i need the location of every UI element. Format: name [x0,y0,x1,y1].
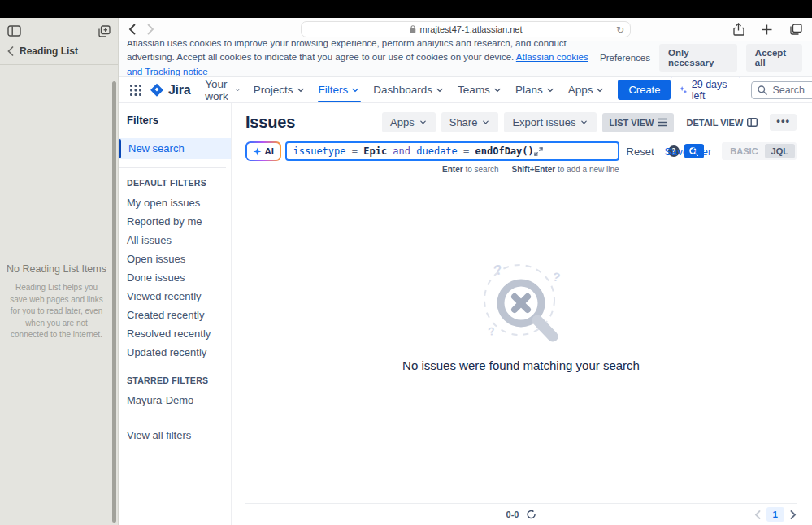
chevron-down-icon [296,85,306,95]
accept-all-button[interactable]: Accept all [746,44,802,72]
apps-button[interactable]: Apps [382,112,436,132]
back-button[interactable] [128,24,136,35]
trial-days-button[interactable]: 29 days left [671,77,740,103]
app-switcher-icon[interactable] [125,85,146,96]
forward-button[interactable] [147,24,154,35]
sidebar-item-starred-filter[interactable]: Mayura-Demo [119,392,231,410]
nav-item-plans[interactable]: Plans [509,77,562,102]
sidebar-scrollbar[interactable] [112,81,116,523]
nav-item-apps[interactable]: Apps [562,77,612,102]
address-bar[interactable]: mrajtest47-1.atlassian.net ↻ [301,21,631,37]
chevron-down-icon [545,85,555,95]
nav-item-dashboards[interactable]: Dashboards [367,77,451,102]
sidebar-item-my-open-issues[interactable]: My open issues [119,194,231,213]
share-icon[interactable] [733,23,744,36]
empty-state: ? ? ? No issues were found matching your… [245,174,797,503]
svg-text:?: ? [551,269,562,284]
jira-navbar: Jira Your work Projects Filters Dashboar… [119,77,812,103]
search-icon [758,85,767,95]
sidebar-item-created-recently[interactable]: Created recently [119,306,231,325]
divider [119,167,226,168]
new-tab-icon[interactable] [762,24,772,35]
sidebar-item-resolved-recently[interactable]: Resolved recently [119,325,231,344]
chevron-down-icon [493,85,502,95]
chevron-down-icon [595,85,605,95]
reading-list-back-icon[interactable] [7,46,14,56]
refresh-icon[interactable] [526,510,536,519]
jql-query-text: issuetype = Epic and duedate = endOfDay(… [293,145,534,157]
nav-item-projects[interactable]: Projects [247,77,312,102]
reset-button[interactable]: Reset [627,145,654,158]
prev-page-icon[interactable] [754,510,761,519]
starred-filters-heading: STARRED FILTERS [119,362,231,392]
search-mode-toggle: BASIC JQL [722,142,797,160]
preferences-button[interactable]: Preferences [600,53,650,63]
ai-search-button[interactable]: AI [245,141,281,161]
next-page-icon[interactable] [790,510,797,519]
share-button[interactable]: Share [441,112,499,132]
svg-text:?: ? [492,262,504,279]
sidebar-item-reported-by-me[interactable]: Reported by me [119,213,231,232]
jql-hints: Enter to search Shift+Enter to add a new… [245,165,619,174]
jql-query-input[interactable]: issuetype = Epic and duedate = endOfDay(… [285,141,619,161]
chevron-down-icon [435,85,445,95]
jql-mode-button[interactable]: JQL [765,144,795,158]
top-black-bar [0,0,812,18]
reading-list-sidebar: Reading List No Reading List Items Readi… [0,18,119,525]
sidebar-toggle-icon[interactable] [7,25,21,37]
page-title: Issues [245,113,295,132]
nav-item-teams[interactable]: Teams [451,77,509,102]
jira-logo-icon [150,83,164,98]
nav-item-your-work[interactable]: Your work [198,77,247,102]
chevron-down-icon [419,118,428,127]
jira-logo[interactable]: Jira [150,83,190,98]
divider [119,419,226,419]
global-search-input[interactable]: Search [751,81,812,99]
search-placeholder: Search [772,85,805,96]
screen: Reading List No Reading List Items Readi… [0,0,812,525]
create-button[interactable]: Create [618,80,671,100]
chevron-down-icon [350,85,360,95]
page-number[interactable]: 1 [766,507,784,522]
issues-main-panel: Issues Apps Share Export issues LIST VIE… [232,103,812,525]
result-range: 0-0 [506,510,519,519]
chevron-down-icon [481,118,490,127]
tab-overview-icon[interactable] [790,24,802,35]
cookie-text: Atlassian uses cookies to improve your b… [127,37,600,79]
lock-icon [410,25,416,33]
filters-panel-title: Filters [119,114,231,126]
sidebar-item-updated-recently[interactable]: Updated recently [119,344,231,362]
nav-item-filters[interactable]: Filters [312,77,367,102]
sidebar-item-new-search[interactable]: New search [119,138,231,159]
empty-state-message: No issues were found matching your searc… [402,358,640,372]
only-necessary-button[interactable]: Only necessary [659,44,737,72]
reading-list-empty-title: No Reading List Items [3,263,110,275]
browser-toolbar: mrajtest47-1.atlassian.net ↻ [119,18,812,41]
sidebar-item-viewed-recently[interactable]: Viewed recently [119,288,231,306]
detail-view-icon [747,118,758,127]
more-options-button[interactable]: ••• [770,114,797,131]
svg-text:?: ? [487,324,496,338]
url-text: mrajtest47-1.atlassian.net [420,24,523,34]
results-footer: 0-0 1 [245,503,797,525]
chevron-down-icon [235,85,241,95]
ai-sparkle-icon [253,147,262,156]
default-filters-heading: DEFAULT FILTERS [119,171,231,194]
no-results-illustration: ? ? ? [477,258,565,347]
sidebar-item-done-issues[interactable]: Done issues [119,269,231,288]
jira-logo-text: Jira [168,83,190,98]
new-tab-group-icon[interactable] [98,25,111,37]
sidebar-item-view-all-filters[interactable]: View all filters [119,423,231,445]
reading-list-empty-description: Reading List helps you save web pages an… [3,282,110,341]
cookie-banner: Atlassian uses cookies to improve your b… [119,41,812,77]
save-filter-button[interactable]: Save filter [665,145,712,158]
reload-icon[interactable]: ↻ [616,24,624,36]
sidebar-item-all-issues[interactable]: All issues [119,232,231,250]
sparkle-icon [679,85,687,95]
reading-list-title: Reading List [20,46,78,57]
filters-sidebar: Filters New search DEFAULT FILTERS My op… [119,103,232,525]
basic-mode-button[interactable]: BASIC [723,144,764,158]
sidebar-item-open-issues[interactable]: Open issues [119,250,231,269]
